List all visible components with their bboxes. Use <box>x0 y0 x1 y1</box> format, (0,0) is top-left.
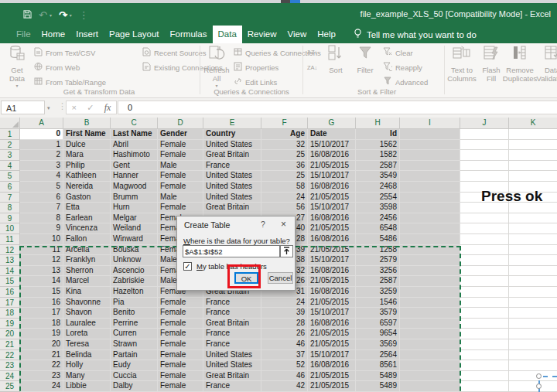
cell-C7[interactable]: Brumm <box>111 193 158 203</box>
cell-I7[interactable] <box>400 193 460 203</box>
cell-A22[interactable]: 21 <box>20 350 63 361</box>
col-header-K[interactable]: K <box>509 118 557 129</box>
cell-F1[interactable]: Age <box>261 129 308 140</box>
row-header-19[interactable]: 19 <box>0 319 20 329</box>
cell-J16[interactable] <box>460 287 509 298</box>
cell-G3[interactable]: 16/08/2016 <box>308 150 356 161</box>
row-header-18[interactable]: 18 <box>0 308 20 319</box>
cell-D7[interactable]: Male <box>158 193 203 203</box>
cell-A5[interactable]: 4 <box>20 171 63 182</box>
row-header-24[interactable]: 24 <box>0 371 20 382</box>
cell-E6[interactable]: United States <box>203 182 261 193</box>
cell-G20[interactable]: 21/05/2015 <box>308 329 356 339</box>
cell-K14[interactable] <box>509 266 557 277</box>
cell-B11[interactable]: Fallon <box>63 234 111 245</box>
cell-A8[interactable]: 7 <box>20 203 63 213</box>
row-header-16[interactable]: 16 <box>0 287 20 298</box>
cell-G6[interactable]: 16/08/2016 <box>308 182 356 193</box>
cell-C21[interactable]: Strawn <box>111 339 158 350</box>
cell-B17[interactable]: Shavonne <box>63 298 111 308</box>
cell-E4[interactable]: France <box>203 161 261 172</box>
cell-K2[interactable] <box>509 140 557 151</box>
cell-A14[interactable]: 13 <box>20 266 63 277</box>
cell-D2[interactable]: Female <box>158 140 203 151</box>
cell-C19[interactable]: Perrine <box>111 319 158 329</box>
cell-E7[interactable]: United States <box>203 193 261 203</box>
row-header-10[interactable]: 10 <box>0 223 20 234</box>
from-text-csv-button[interactable]: From Text/CSV <box>34 47 106 58</box>
cell-B9[interactable]: Earlean <box>63 213 111 224</box>
cell-D23[interactable]: Female <box>158 360 203 371</box>
cell-B24[interactable]: Many <box>63 371 111 382</box>
cell-H12[interactable]: 1258 <box>356 245 400 256</box>
row-header-9[interactable]: 9 <box>0 213 20 224</box>
col-header-G[interactable]: G <box>308 118 356 129</box>
col-header-C[interactable]: C <box>111 118 158 129</box>
cell-B8[interactable]: Etta <box>63 203 111 213</box>
cell-A25[interactable]: 24 <box>20 381 63 392</box>
cell-D22[interactable]: Female <box>158 350 203 361</box>
row-header-6[interactable]: 6 <box>0 182 20 193</box>
col-header-E[interactable]: E <box>203 118 261 129</box>
cell-G12[interactable]: 21/05/2015 <box>308 245 356 256</box>
ok-button[interactable]: OK <box>234 272 258 284</box>
cell-E18[interactable]: France <box>203 308 261 319</box>
cell-G17[interactable]: 21/05/2015 <box>308 298 356 308</box>
cell-E17[interactable]: France <box>203 298 261 308</box>
cell-J3[interactable] <box>460 150 509 161</box>
row-header-14[interactable]: 14 <box>0 266 20 277</box>
cell-A21[interactable]: 20 <box>20 339 63 350</box>
cell-I3[interactable] <box>400 150 460 161</box>
cell-I15[interactable] <box>400 276 460 287</box>
cell-A24[interactable]: 23 <box>20 371 63 382</box>
cell-J13[interactable] <box>460 255 509 266</box>
cell-K20[interactable] <box>509 329 557 339</box>
cell-I13[interactable] <box>400 255 460 266</box>
cancel-entry-icon[interactable]: × <box>72 103 77 112</box>
cell-H6[interactable]: 2468 <box>356 182 400 193</box>
cell-C23[interactable]: Eudy <box>111 360 158 371</box>
tell-me-box[interactable]: Tell me what you want to do <box>354 26 477 43</box>
col-header-I[interactable]: I <box>400 118 460 129</box>
cell-H25[interactable]: 5489 <box>356 381 400 392</box>
cell-I4[interactable] <box>400 161 460 172</box>
cell-G13[interactable]: 15/10/2017 <box>308 255 356 266</box>
cell-H18[interactable]: 3579 <box>356 308 400 319</box>
cell-B12[interactable]: Arcelia <box>63 245 111 256</box>
cell-C9[interactable]: Melgar <box>111 213 158 224</box>
cell-H9[interactable]: 2456 <box>356 213 400 224</box>
cell-F6[interactable]: 58 <box>261 182 308 193</box>
cell-I9[interactable] <box>400 213 460 224</box>
cell-B14[interactable]: Sherron <box>63 266 111 277</box>
cell-E23[interactable]: United States <box>203 360 261 371</box>
row-header-17[interactable]: 17 <box>0 298 20 308</box>
cell-H24[interactable]: 5489 <box>356 371 400 382</box>
cell-C12[interactable]: Bouska <box>111 245 158 256</box>
customize-quick-access-icon[interactable]: ⋮ <box>79 10 89 20</box>
collapse-dialog-button[interactable] <box>280 245 293 257</box>
cell-A4[interactable]: 3 <box>20 161 63 172</box>
tab-home[interactable]: Home <box>36 26 71 43</box>
cell-J11[interactable] <box>460 234 509 245</box>
cell-K19[interactable] <box>509 319 557 329</box>
cell-E8[interactable]: Great Britain <box>203 203 261 213</box>
name-box-dropdown-icon[interactable]: ▾ <box>47 105 50 111</box>
cell-I23[interactable] <box>400 360 460 371</box>
cell-D18[interactable]: Female <box>158 308 203 319</box>
cell-F24[interactable]: 46 <box>261 371 308 382</box>
cell-I8[interactable] <box>400 203 460 213</box>
cell-F8[interactable]: 56 <box>261 203 308 213</box>
cell-J5[interactable] <box>460 171 509 182</box>
cell-J4[interactable] <box>460 161 509 172</box>
cell-J24[interactable] <box>460 371 509 382</box>
tab-file[interactable]: File <box>11 26 36 43</box>
cell-C5[interactable]: Hanner <box>111 171 158 182</box>
cell-J22[interactable] <box>460 350 509 361</box>
textbox-resize-handle[interactable] <box>536 383 542 389</box>
cell-B23[interactable]: Holly <box>63 360 111 371</box>
cell-A19[interactable]: 18 <box>20 319 63 329</box>
cell-J2[interactable] <box>460 140 509 151</box>
flash-fill-button[interactable]: Flash Fill <box>480 45 503 84</box>
cell-G5[interactable]: 15/10/2017 <box>308 171 356 182</box>
refresh-all-button[interactable]: Refresh All ▾ <box>203 45 231 89</box>
